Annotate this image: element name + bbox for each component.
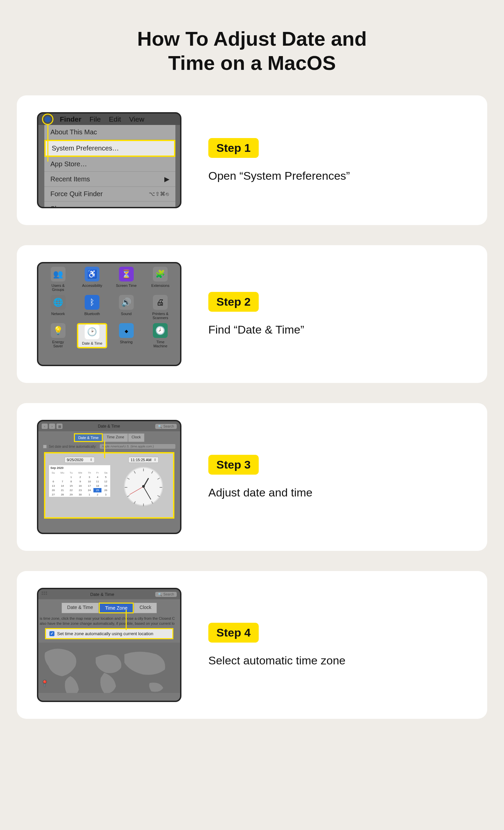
step-badge-3: Step 3 — [208, 455, 259, 475]
step-badge-1: Step 1 — [208, 138, 259, 158]
screenshot-step3: ‹ › ▦ Date & Time 🔍Search Date & Time Ti… — [37, 420, 182, 534]
window-titlebar: Date & Time 🔍Search — [38, 589, 180, 599]
menubar-view[interactable]: View — [129, 115, 144, 123]
step-card-2: 👥Users &Groups ♿Accessibility ⏳Screen Ti… — [17, 245, 487, 383]
step-badge-4: Step 4 — [208, 623, 259, 643]
stepper-icon[interactable]: ▲▼ — [154, 458, 156, 461]
map-pin-icon: 📍 — [41, 680, 49, 687]
pref-sound[interactable]: 🔊Sound — [111, 295, 141, 320]
pref-extensions[interactable]: 🧩Extensions — [145, 267, 176, 292]
pref-time-machine[interactable]: 🕗TimeMachine — [145, 323, 176, 348]
step-badge-2: Step 2 — [208, 292, 259, 312]
chevron-right-icon: ▶ — [164, 175, 169, 183]
pref-bluetooth[interactable]: ᛒBluetooth — [77, 295, 107, 320]
pref-date-time[interactable]: 🕑Date & Time — [77, 323, 107, 348]
window-titlebar: ‹ › ▦ Date & Time 🔍Search — [38, 421, 180, 431]
stepper-icon[interactable]: ▲▼ — [90, 458, 92, 461]
checkbox-icon[interactable] — [43, 445, 47, 448]
checkbox-checked-icon: ✓ — [50, 631, 55, 636]
world-map[interactable] — [38, 643, 180, 693]
search-icon: 🔍 — [158, 593, 162, 596]
tab-date-time[interactable]: Date & Time — [62, 603, 99, 613]
nav-back-icon[interactable]: ‹ — [42, 423, 48, 429]
screenshot-step2: 👥Users &Groups ♿Accessibility ⏳Screen Ti… — [37, 262, 182, 366]
tab-clock[interactable]: Clock — [134, 603, 157, 613]
apple-menu-dropdown: About This Mac System Preferences… App S… — [44, 125, 176, 208]
auto-timezone-checkbox[interactable]: ✓ Set time zone automatically using curr… — [45, 628, 174, 639]
window-title-label: Date & Time — [90, 592, 114, 597]
pref-network[interactable]: 🌐Network — [43, 295, 73, 320]
tab-time-zone[interactable]: Time Zone — [99, 603, 134, 613]
step-text-1: Open “System Preferences” — [208, 169, 467, 182]
pref-accessibility[interactable]: ♿Accessibility — [77, 267, 107, 292]
nav-grid-icon[interactable]: ▦ — [57, 423, 63, 429]
page-title: How To Adjust Date and Time on a MacOS — [17, 27, 487, 75]
pref-users-groups[interactable]: 👥Users &Groups — [43, 267, 73, 292]
menubar: Finder File Edit View — [38, 114, 180, 125]
nav-grid-icon[interactable] — [42, 592, 49, 597]
pref-sharing[interactable]: ⬥Sharing — [111, 323, 141, 348]
menu-system-preferences[interactable]: System Preferences… — [44, 140, 176, 157]
time-field[interactable]: 11:15:25 AM ▲▼ — [128, 457, 159, 463]
menu-appstore[interactable]: App Store… — [44, 157, 176, 172]
menubar-file[interactable]: File — [89, 115, 101, 123]
screenshot-step1: Finder File Edit View About This Mac Sys… — [37, 112, 182, 208]
date-field[interactable]: 9/25/2020 ▲▼ — [64, 457, 95, 463]
nav-forward-icon[interactable]: › — [49, 423, 55, 429]
step-text-2: Find “Date & Time” — [208, 323, 467, 336]
step-card-3: ‹ › ▦ Date & Time 🔍Search Date & Time Ti… — [17, 403, 487, 551]
search-input[interactable]: 🔍Search — [155, 424, 177, 429]
highlight-connector — [48, 125, 49, 162]
menubar-finder[interactable]: Finder — [60, 115, 81, 123]
auto-datetime-row: Set date and time automatically: Apple A… — [38, 442, 180, 451]
highlight-connector — [104, 441, 105, 458]
analog-clock[interactable] — [124, 467, 163, 506]
search-input[interactable]: 🔍Search — [155, 592, 177, 597]
step-text-4: Select automatic time zone — [208, 654, 467, 667]
menu-force-quit[interactable]: Force Quit Finder ⌥⇧⌘⎋ — [44, 187, 176, 201]
datetime-panel: 9/25/2020 ▲▼ Sep 2020 SuMoTuWeThFrSa1234… — [44, 452, 175, 519]
menubar-edit[interactable]: Edit — [109, 115, 121, 123]
pref-printers[interactable]: 🖨Printers &Scanners — [145, 295, 176, 320]
menu-recent-items[interactable]: Recent Items ▶ — [44, 172, 176, 187]
screenshot-step4: Date & Time 🔍Search Date & Time Time Zon… — [37, 588, 182, 702]
timezone-help-text: is time zone, click the map near your lo… — [38, 613, 180, 628]
search-icon: 🔍 — [158, 424, 162, 428]
step-card-1: Finder File Edit View About This Mac Sys… — [17, 95, 487, 225]
time-server-field[interactable]: Apple Americas/U.S. (time.apple.com.) — [100, 444, 176, 449]
shortcut-label: ⌥⇧⌘⎋ — [149, 191, 169, 197]
pref-energy-saver[interactable]: 💡EnergySaver — [43, 323, 73, 348]
step-text-3: Adjust date and time — [208, 486, 467, 499]
calendar[interactable]: Sep 2020 SuMoTuWeThFrSa12345678910111213… — [49, 465, 111, 497]
highlight-ring — [42, 114, 54, 125]
step-card-4: Date & Time 🔍Search Date & Time Time Zon… — [17, 571, 487, 719]
tab-time-zone[interactable]: Time Zone — [103, 433, 128, 442]
menu-about[interactable]: About This Mac — [44, 125, 176, 140]
pref-screen-time[interactable]: ⏳Screen Time — [111, 267, 141, 292]
calendar-month: Sep 2020 — [49, 465, 110, 471]
highlight-connector — [126, 610, 127, 630]
tab-date-time[interactable]: Date & Time — [74, 433, 103, 442]
menu-sleep[interactable]: Sleep — [44, 201, 176, 208]
window-title-label: Date & Time — [98, 424, 120, 428]
tab-clock[interactable]: Clock — [128, 433, 145, 442]
